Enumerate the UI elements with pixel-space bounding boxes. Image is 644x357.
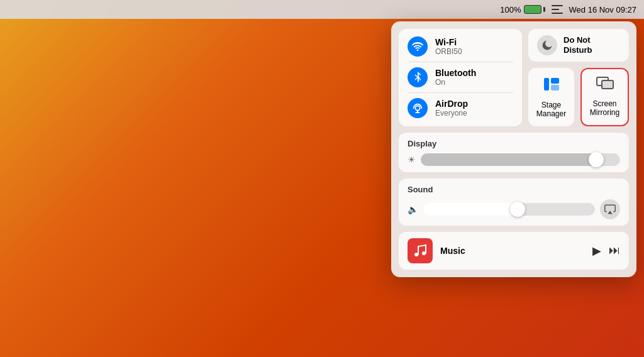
stage-manager-tile[interactable]: StageManager xyxy=(528,68,574,126)
datetime-label: Wed 16 Nov 09:27 xyxy=(569,5,636,14)
moon-icon xyxy=(541,39,553,52)
cc-top-row: Wi-Fi ORBI50 Bluetooth On xyxy=(399,29,629,126)
brightness-fill xyxy=(421,153,596,166)
menubar-right: 100% Wed 16 Nov 09:27 xyxy=(500,5,636,14)
wifi-name: Wi-Fi xyxy=(435,37,462,47)
screen-mirroring-tile[interactable]: ScreenMirroring xyxy=(580,68,629,126)
desktop: 100% Wed 16 Nov 09:27 xyxy=(0,0,644,357)
svg-point-0 xyxy=(415,106,419,110)
svg-point-7 xyxy=(414,253,418,256)
control-center-panel: Wi-Fi ORBI50 Bluetooth On xyxy=(391,21,636,277)
volume-slider[interactable] xyxy=(423,203,595,216)
stage-manager-svg xyxy=(543,75,560,93)
svg-point-8 xyxy=(422,251,426,255)
volume-low-icon: 🔈 xyxy=(408,204,418,214)
bluetooth-item[interactable]: Bluetooth On xyxy=(399,62,522,92)
sound-slider-row: 🔈 xyxy=(408,199,620,219)
music-app-label: Music xyxy=(440,246,585,256)
airplay-icon xyxy=(604,204,616,215)
airplay-button[interactable] xyxy=(600,199,620,219)
do-not-disturb-icon xyxy=(537,35,557,55)
display-section: Display ☀ xyxy=(399,133,629,172)
wifi-item[interactable]: Wi-Fi ORBI50 xyxy=(399,31,522,62)
battery-percent-label: 100% xyxy=(500,5,521,14)
play-button[interactable]: ▶ xyxy=(592,244,601,258)
sound-section: Sound 🔈 xyxy=(399,178,629,226)
svg-rect-5 xyxy=(602,80,613,89)
stage-manager-label: StageManager xyxy=(536,101,566,119)
airdrop-sub: Everyone xyxy=(435,109,468,118)
control-center-toggle-icon[interactable] xyxy=(552,5,563,14)
cc-bottom-tiles: StageManager ScreenMirroring xyxy=(528,68,629,126)
wifi-text: Wi-Fi ORBI50 xyxy=(435,37,462,56)
airdrop-text: AirDrop Everyone xyxy=(435,99,468,118)
wifi-icon-bg xyxy=(408,36,428,57)
bluetooth-sub: On xyxy=(435,78,476,87)
wifi-sub: ORBI50 xyxy=(435,47,462,56)
do-not-disturb-tile[interactable]: Do NotDisturb xyxy=(528,29,629,62)
volume-fill xyxy=(423,203,518,216)
airdrop-item[interactable]: AirDrop Everyone xyxy=(399,93,522,123)
battery-tip xyxy=(543,7,545,12)
svg-rect-1 xyxy=(544,78,549,91)
svg-rect-2 xyxy=(551,78,559,84)
cc-icon-line3 xyxy=(552,13,563,14)
battery-info: 100% xyxy=(500,5,545,14)
airdrop-icon-bg xyxy=(408,98,428,118)
stage-manager-icon xyxy=(543,75,560,97)
skip-button[interactable]: ⏭ xyxy=(609,244,620,257)
volume-thumb xyxy=(510,202,525,217)
music-app-icon xyxy=(408,238,433,263)
brightness-thumb xyxy=(589,152,604,167)
airdrop-name: AirDrop xyxy=(435,99,468,109)
bluetooth-icon xyxy=(414,72,421,83)
battery-body xyxy=(524,5,541,14)
cc-icon-line1 xyxy=(552,5,563,6)
svg-marker-6 xyxy=(608,211,613,214)
bluetooth-name: Bluetooth xyxy=(435,68,476,78)
cc-right-col: Do NotDisturb StageManager xyxy=(528,29,629,126)
bluetooth-text: Bluetooth On xyxy=(435,68,476,87)
brightness-slider[interactable] xyxy=(421,153,620,166)
svg-rect-3 xyxy=(551,85,559,91)
music-section: Music ▶ ⏭ xyxy=(399,232,629,270)
menubar: 100% Wed 16 Nov 09:27 xyxy=(0,0,644,19)
cc-icon-line2 xyxy=(552,9,560,10)
cc-network-group: Wi-Fi ORBI50 Bluetooth On xyxy=(399,29,522,126)
brightness-low-icon: ☀ xyxy=(408,155,416,165)
battery-icon xyxy=(524,5,545,14)
airdrop-icon xyxy=(412,102,423,114)
screen-mirroring-svg xyxy=(596,77,614,92)
screen-mirroring-icon xyxy=(596,77,614,96)
display-label: Display xyxy=(408,139,620,148)
sound-label: Sound xyxy=(408,185,620,194)
music-note-icon xyxy=(413,243,428,258)
wifi-icon xyxy=(412,42,423,51)
display-slider-row: ☀ xyxy=(408,153,620,166)
bluetooth-icon-bg xyxy=(408,67,428,87)
screen-mirroring-label: ScreenMirroring xyxy=(590,99,619,118)
music-controls: ▶ ⏭ xyxy=(592,244,620,258)
do-not-disturb-label: Do NotDisturb xyxy=(564,35,592,55)
